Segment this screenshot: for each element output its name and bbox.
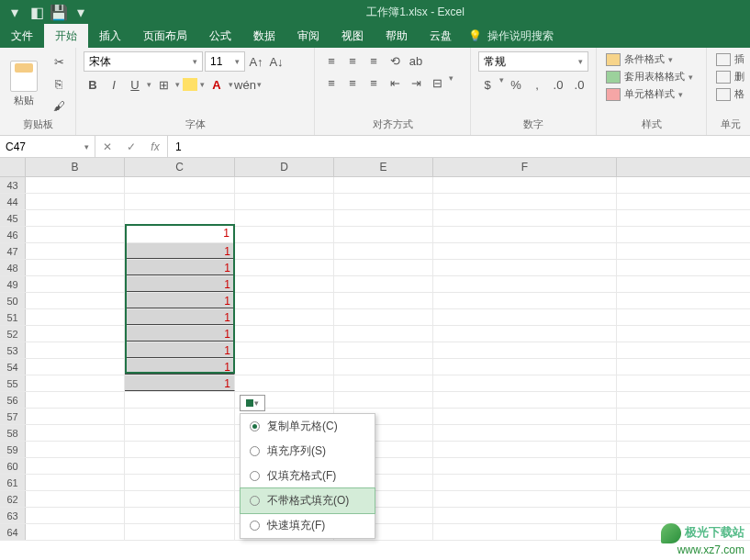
menu-icon[interactable]: ▾ [7, 5, 22, 19]
cell[interactable]: 1 [125, 375, 235, 391]
cell[interactable] [334, 194, 433, 209]
cell[interactable] [235, 326, 334, 342]
enter-icon[interactable]: ✓ [119, 140, 143, 153]
cell[interactable] [433, 326, 617, 342]
row-header[interactable]: 49 [0, 276, 26, 292]
font-size-dropdown[interactable]: 11▾ [205, 51, 245, 72]
font-color-button[interactable]: A [207, 75, 226, 94]
align-right-icon[interactable]: ≡ [364, 73, 383, 92]
cell[interactable] [125, 524, 235, 540]
cell[interactable] [334, 309, 433, 325]
phonetic-button[interactable]: wén [236, 75, 254, 94]
row-header[interactable]: 54 [0, 359, 26, 375]
format-painter-icon[interactable]: 🖌 [50, 96, 68, 115]
name-box[interactable]: C47▾ [0, 136, 95, 157]
row-header[interactable]: 57 [0, 409, 26, 424]
cell[interactable] [235, 375, 334, 391]
row-header[interactable]: 50 [0, 293, 26, 308]
cell[interactable] [26, 260, 125, 275]
autofill-option[interactable]: 不带格式填充(O) [240, 487, 375, 514]
format-cells-button[interactable]: 格 [714, 86, 746, 102]
cell[interactable] [235, 293, 334, 308]
cell[interactable] [26, 491, 125, 507]
cell[interactable] [26, 326, 125, 342]
cell[interactable] [433, 227, 617, 242]
cell[interactable] [334, 210, 433, 226]
cell[interactable]: 1 [125, 359, 235, 375]
cell[interactable] [235, 243, 334, 259]
cell[interactable] [433, 508, 617, 523]
save-icon[interactable]: 💾 [51, 5, 66, 19]
row-header[interactable]: 51 [0, 309, 26, 325]
cell[interactable] [433, 475, 617, 490]
cell[interactable] [334, 392, 433, 408]
cell[interactable] [125, 392, 235, 408]
cell[interactable] [26, 508, 125, 523]
cell[interactable] [125, 425, 235, 441]
tab-view[interactable]: 视图 [330, 24, 375, 48]
row-header[interactable]: 60 [0, 458, 26, 474]
cell[interactable] [433, 210, 617, 226]
cell[interactable] [125, 508, 235, 523]
tab-insert[interactable]: 插入 [88, 24, 132, 48]
row-header[interactable]: 61 [0, 475, 26, 490]
cell[interactable] [334, 177, 433, 193]
cell[interactable] [433, 276, 617, 292]
align-bottom-icon[interactable]: ≡ [364, 51, 383, 70]
tab-file[interactable]: 文件 [0, 24, 44, 48]
col-header-C[interactable]: C [125, 158, 235, 176]
cancel-icon[interactable]: ✕ [95, 140, 119, 153]
tab-review[interactable]: 审阅 [286, 24, 330, 48]
row-header[interactable]: 64 [0, 524, 26, 540]
row-header[interactable]: 53 [0, 342, 26, 358]
cell[interactable] [26, 359, 125, 375]
cell[interactable] [125, 194, 235, 209]
cell[interactable]: 1 [125, 293, 235, 308]
cell[interactable] [433, 293, 617, 308]
autofill-option[interactable]: 快速填充(F) [241, 513, 375, 538]
tab-home[interactable]: 开始 [44, 24, 88, 48]
row-header[interactable]: 44 [0, 194, 26, 209]
currency-icon[interactable]: $ [478, 75, 497, 94]
italic-button[interactable]: I [105, 75, 123, 94]
more-icon[interactable]: ▾ [73, 5, 88, 19]
cell[interactable] [433, 458, 617, 474]
align-middle-icon[interactable]: ≡ [343, 51, 362, 70]
cell[interactable] [26, 425, 125, 441]
cell[interactable] [125, 475, 235, 490]
cell[interactable] [433, 392, 617, 408]
cell[interactable] [26, 458, 125, 474]
cell[interactable] [125, 442, 235, 457]
format-as-table-button[interactable]: 套用表格格式▾ [604, 69, 699, 84]
cell[interactable] [334, 293, 433, 308]
align-left-icon[interactable]: ≡ [322, 73, 341, 92]
cell[interactable] [334, 359, 433, 375]
cell[interactable] [125, 409, 235, 424]
row-header[interactable]: 46 [0, 227, 26, 242]
cell[interactable] [26, 475, 125, 490]
orientation-icon[interactable]: ⟲ [386, 51, 404, 70]
cell[interactable] [26, 309, 125, 325]
cell[interactable] [26, 342, 125, 358]
merge-button[interactable]: ⊟ [428, 73, 446, 92]
cell[interactable] [433, 491, 617, 507]
cell[interactable] [26, 442, 125, 457]
font-name-dropdown[interactable]: 宋体▾ [84, 51, 203, 72]
row-header[interactable]: 59 [0, 442, 26, 457]
autofill-option[interactable]: 仅填充格式(F) [241, 464, 375, 488]
cell[interactable] [433, 177, 617, 193]
cell[interactable] [235, 276, 334, 292]
cell[interactable] [235, 177, 334, 193]
cell[interactable] [235, 342, 334, 358]
increase-decimal-icon[interactable]: .0 [549, 75, 567, 94]
active-cell[interactable]: 1 [125, 224, 235, 241]
col-header-D[interactable]: D [235, 158, 334, 176]
tab-layout[interactable]: 页面布局 [132, 24, 198, 48]
shrink-font-icon[interactable]: A↓ [267, 52, 285, 71]
cell[interactable] [26, 276, 125, 292]
row-header[interactable]: 48 [0, 260, 26, 275]
cell[interactable] [433, 243, 617, 259]
cell[interactable] [235, 359, 334, 375]
cell[interactable]: 1 [125, 309, 235, 325]
row-header[interactable]: 55 [0, 375, 26, 391]
